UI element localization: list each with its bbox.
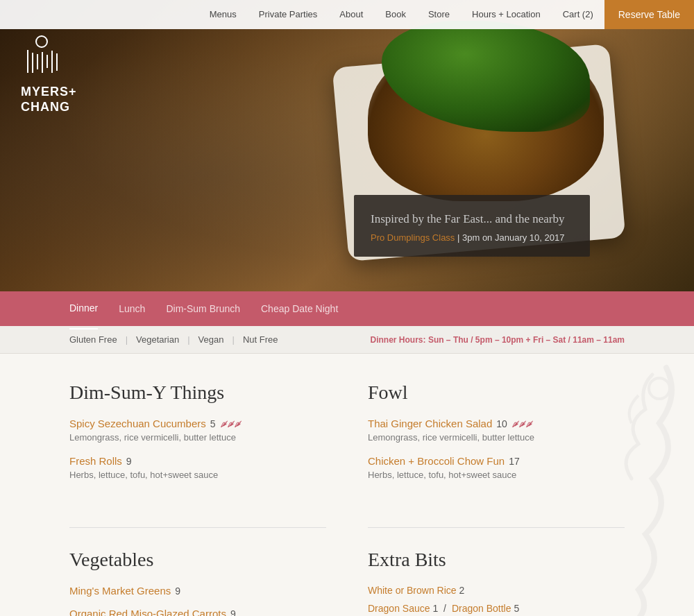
item-desc: Herbs, lettuce, tofu, hot+sweet sauce — [69, 469, 326, 481]
nav-links: Menus Private Parties About Book Store H… — [198, 0, 694, 29]
item-desc: Herbs, lettuce, tofu, hot+sweet sauce — [368, 469, 625, 481]
dinner-hours: Dinner Hours: Sun – Thu / 5pm – 10pm + F… — [371, 335, 625, 345]
menu-grid: Dim-Sum-Y Things Spicy Sezechuan Cucumbe… — [69, 382, 625, 616]
item-price: 9 — [175, 585, 180, 597]
filter-vegetarian[interactable]: Vegetarian — [128, 334, 187, 345]
item-price: 10 — [496, 418, 507, 429]
item-name[interactable]: Spicy Sezechuan Cucumbers — [69, 418, 206, 429]
logo-icon — [21, 35, 77, 79]
item-price: 9 — [230, 608, 236, 616]
extra-item-dragon: Dragon Sauce 1 / Dragon Bottle 5 — [368, 603, 625, 614]
section-dim-sum: Dim-Sum-Y Things Spicy Sezechuan Cucumbe… — [69, 382, 326, 493]
item-header: Spicy Sezechuan Cucumbers 5 🌶🌶🌶 — [69, 418, 326, 429]
menu-tabs: Dinner Lunch Dim-Sum Brunch Cheap Date N… — [0, 291, 694, 326]
item-price: 1 — [432, 603, 438, 614]
hero-event-link[interactable]: Pro Dumplings Class — [371, 232, 455, 243]
nav-store[interactable]: Store — [417, 0, 461, 29]
item-header: Ming's Market Greens 9 — [69, 585, 326, 597]
navigation: Menus Private Parties About Book Store H… — [0, 0, 694, 29]
hero-section: MYERS+ CHANG Inspired by the Far East...… — [0, 0, 694, 291]
item-price: 2 — [459, 585, 464, 596]
extra-bits-title: Extra Bits — [368, 549, 625, 571]
item-name[interactable]: Organic Red Miso-Glazed Carrots — [69, 608, 226, 616]
section-fowl: Fowl Thai Ginger Chicken Salad 10 🌶🌶🌶 Le… — [368, 382, 625, 493]
divider — [69, 527, 326, 528]
vegetables-title: Vegetables — [69, 549, 326, 571]
tab-dim-sum-brunch[interactable]: Dim-Sum Brunch — [166, 289, 240, 329]
menu-item-cucumbers: Spicy Sezechuan Cucumbers 5 🌶🌶🌶 Lemongra… — [69, 418, 326, 444]
hero-event: Pro Dumplings Class | 3pm on January 10,… — [371, 232, 573, 243]
hero-tagline: Inspired by the Far East... and the near… — [371, 209, 573, 227]
item-header: Thai Ginger Chicken Salad 10 🌶🌶🌶 — [368, 418, 625, 429]
svg-point-8 — [649, 378, 670, 399]
svg-point-0 — [36, 36, 47, 47]
hero-card: Inspired by the Far East... and the near… — [354, 195, 590, 257]
item-desc: Lemongrass, rice vermicelli, butter lett… — [368, 431, 625, 444]
tab-dinner[interactable]: Dinner — [69, 288, 98, 330]
item-name[interactable]: Ming's Market Greens — [69, 585, 171, 597]
item-header: Organic Red Miso-Glazed Carrots 9 — [69, 608, 326, 616]
fowl-title: Fowl — [368, 382, 625, 404]
menu-item-market-greens: Ming's Market Greens 9 — [69, 585, 326, 597]
logo: MYERS+ CHANG — [21, 35, 77, 114]
item-name[interactable]: Fresh Rolls — [69, 455, 122, 467]
section-extra-bits: Extra Bits White or Brown Rice 2 Dragon … — [368, 520, 625, 616]
filter-nut-free[interactable]: Nut Free — [235, 334, 287, 345]
main-content: Dim-Sum-Y Things Spicy Sezechuan Cucumbe… — [0, 354, 694, 616]
item-name[interactable]: White or Brown Rice — [368, 585, 457, 596]
extra-item-rice: White or Brown Rice 2 — [368, 585, 625, 596]
item-price: 17 — [509, 456, 520, 467]
tab-cheap-date-night[interactable]: Cheap Date Night — [261, 289, 338, 329]
logo-text: MYERS+ CHANG — [21, 85, 77, 114]
item-price: 5 — [514, 603, 519, 614]
item-header: Fresh Rolls 9 — [69, 455, 326, 467]
item-name-dragon-bottle[interactable]: Dragon Bottle — [452, 603, 511, 614]
menu-item-fresh-rolls: Fresh Rolls 9 Herbs, lettuce, tofu, hot+… — [69, 455, 326, 481]
menu-item-glazed-carrots: Organic Red Miso-Glazed Carrots 9 — [69, 608, 326, 616]
divider — [368, 527, 625, 528]
nav-menus[interactable]: Menus — [198, 0, 248, 29]
filter-options: Gluten Free | Vegetarian | Vegan | Nut F… — [69, 334, 286, 345]
menu-item-thai-chicken: Thai Ginger Chicken Salad 10 🌶🌶🌶 Lemongr… — [368, 418, 625, 444]
reserve-table-button[interactable]: Reserve Table — [604, 0, 694, 29]
item-name[interactable]: Thai Ginger Chicken Salad — [368, 418, 492, 429]
filter-gluten-free[interactable]: Gluten Free — [69, 334, 126, 345]
menu-item-chow-fun: Chicken + Broccoli Chow Fun 17 Herbs, le… — [368, 455, 625, 481]
item-name-dragon-sauce[interactable]: Dragon Sauce — [368, 603, 430, 614]
item-price: 5 — [210, 418, 216, 429]
nav-private-parties[interactable]: Private Parties — [248, 0, 329, 29]
dim-sum-title: Dim-Sum-Y Things — [69, 382, 326, 404]
nav-hours[interactable]: Hours + Location — [461, 0, 552, 29]
item-desc: Lemongrass, rice vermicelli, butter lett… — [69, 431, 326, 444]
section-vegetables: Vegetables Ming's Market Greens 9 Organi… — [69, 520, 326, 616]
filter-vegan[interactable]: Vegan — [190, 334, 232, 345]
item-name[interactable]: Chicken + Broccoli Chow Fun — [368, 455, 505, 467]
item-header: Chicken + Broccoli Chow Fun 17 — [368, 455, 625, 467]
tab-lunch[interactable]: Lunch — [119, 289, 145, 329]
nav-book[interactable]: Book — [374, 0, 417, 29]
nav-cart[interactable]: Cart (2) — [552, 0, 604, 29]
spicy-icon: 🌶🌶🌶 — [511, 420, 532, 428]
nav-about[interactable]: About — [328, 0, 374, 29]
filter-bar: Gluten Free | Vegetarian | Vegan | Nut F… — [0, 326, 694, 354]
item-price: 9 — [126, 456, 132, 467]
spicy-icon: 🌶🌶🌶 — [220, 420, 241, 428]
